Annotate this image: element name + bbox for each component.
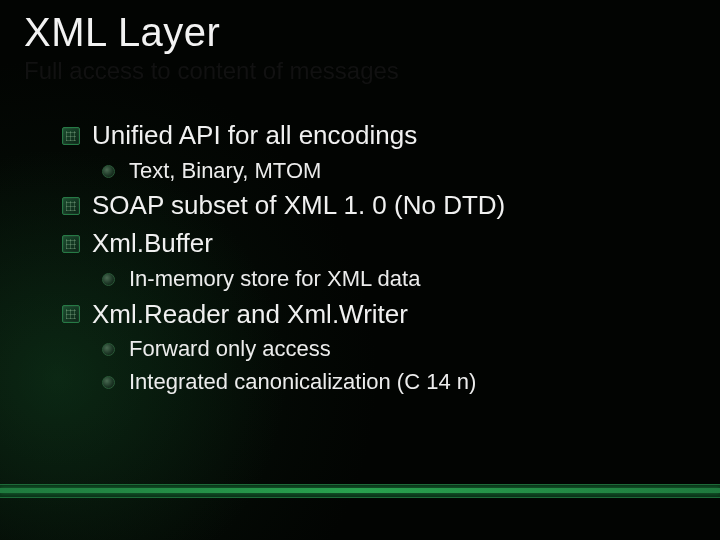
bullet-icon [62, 127, 80, 145]
slide-subtitle: Full access to content of messages [24, 57, 688, 85]
list-subitem: Integrated canonicalization (C 14 n) [102, 368, 688, 397]
list-subitem-text: Integrated canonicalization (C 14 n) [129, 368, 476, 397]
list-item-text: Xml.Reader and Xml.Writer [92, 298, 408, 332]
footer-stripe [0, 484, 720, 498]
bullet-icon [62, 197, 80, 215]
list-subitem: Forward only access [102, 335, 688, 364]
list-subitem: In-memory store for XML data [102, 265, 688, 294]
footer-stripe-accent [0, 488, 720, 493]
slide: XML Layer Full access to content of mess… [0, 0, 720, 540]
list-subitem-text: Forward only access [129, 335, 331, 364]
bullet-dot-icon [102, 165, 115, 178]
list-item: Xml.Buffer [62, 227, 688, 261]
list-item-text: Xml.Buffer [92, 227, 213, 261]
bullet-dot-icon [102, 273, 115, 286]
slide-body: Unified API for all encodings Text, Bina… [62, 119, 688, 397]
list-item-text: Unified API for all encodings [92, 119, 417, 153]
list-item: Xml.Reader and Xml.Writer [62, 298, 688, 332]
list-subitem-text: In-memory store for XML data [129, 265, 420, 294]
list-item: SOAP subset of XML 1. 0 (No DTD) [62, 189, 688, 223]
bullet-icon [62, 235, 80, 253]
bullet-dot-icon [102, 343, 115, 356]
list-subitem-text: Text, Binary, MTOM [129, 157, 321, 186]
bullet-icon [62, 305, 80, 323]
bullet-dot-icon [102, 376, 115, 389]
list-item: Unified API for all encodings [62, 119, 688, 153]
list-subitem: Text, Binary, MTOM [102, 157, 688, 186]
list-item-text: SOAP subset of XML 1. 0 (No DTD) [92, 189, 505, 223]
slide-title: XML Layer [24, 10, 688, 55]
